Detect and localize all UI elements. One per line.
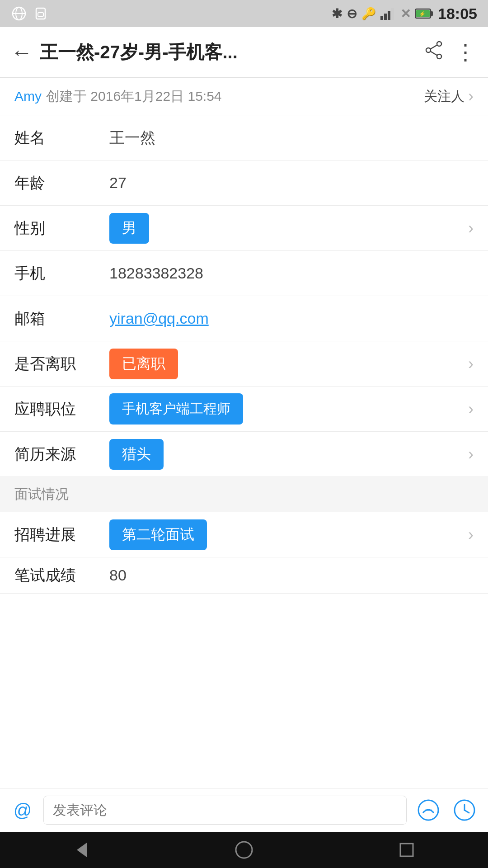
chevron-icon-gender: › — [468, 219, 474, 238]
dnd-icon: ⊖ — [347, 6, 357, 21]
section-interview: 面试情况 — [0, 477, 488, 512]
field-row-name: 姓名 王一然 — [0, 115, 488, 160]
nav-back-button[interactable] — [68, 836, 95, 863]
svg-rect-7 — [388, 11, 390, 20]
chevron-icon-position: › — [468, 400, 474, 419]
resume-source-tag: 猎头 — [109, 439, 164, 470]
at-button[interactable]: @ — [9, 797, 36, 824]
no-signal-icon: ✕ — [400, 6, 411, 21]
field-label-gender: 性别 — [14, 218, 109, 239]
menu-button[interactable]: ⋮ — [455, 42, 477, 63]
chevron-icon-progress: › — [468, 525, 474, 544]
field-label-email: 邮箱 — [14, 308, 109, 329]
status-time: 18:05 — [438, 5, 477, 23]
svg-line-16 — [431, 45, 437, 49]
comment-icon-button[interactable] — [414, 796, 443, 825]
app-bar: ← 王一然-27岁-男-手机客... ⋮ — [0, 27, 488, 78]
field-label-exam-score: 笔试成绩 — [14, 565, 109, 586]
field-label-progress: 招聘进展 — [14, 524, 109, 545]
field-label-resume-source: 简历来源 — [14, 444, 109, 465]
field-label-age: 年龄 — [14, 173, 109, 193]
comment-input[interactable] — [53, 802, 397, 818]
svg-point-24 — [236, 842, 252, 858]
svg-point-14 — [426, 48, 431, 52]
field-value-name: 王一然 — [109, 127, 474, 148]
nav-recents-button[interactable] — [393, 836, 420, 863]
status-bar: ✱ ⊖ 🔑 ✕ ⚡ 18:05 — [0, 0, 488, 27]
clock-icon-button[interactable] — [450, 796, 479, 825]
resigned-tag: 已离职 — [109, 349, 178, 379]
field-value-email[interactable]: yiran@qq.com — [109, 310, 474, 327]
svg-rect-4 — [38, 13, 43, 16]
page-title: 王一然-27岁-男-手机客... — [40, 40, 424, 65]
field-row-phone: 手机 18283382328 — [0, 251, 488, 296]
field-label-phone: 手机 — [14, 263, 109, 284]
back-button[interactable]: ← — [11, 42, 33, 63]
svg-rect-5 — [380, 16, 383, 20]
field-value-position: 手机客户端工程师 — [109, 393, 465, 425]
key-icon: 🔑 — [361, 7, 376, 21]
svg-line-22 — [465, 810, 469, 813]
position-tag: 手机客户端工程师 — [109, 393, 243, 425]
field-row-age: 年龄 27 — [0, 160, 488, 206]
field-row-exam-score: 笔试成绩 80 — [0, 557, 488, 594]
created-text: 创建于 2016年1月22日 15:54 — [46, 87, 222, 106]
field-row-email: 邮箱 yiran@qq.com — [0, 296, 488, 341]
field-value-phone[interactable]: 18283382328 — [109, 264, 474, 282]
comment-input-wrap — [43, 796, 407, 825]
field-row-resume-source[interactable]: 简历来源 猎头 › — [0, 432, 488, 477]
field-value-exam-score: 80 — [109, 566, 474, 584]
progress-tag: 第二轮面试 — [109, 519, 207, 550]
svg-line-17 — [431, 51, 437, 55]
chevron-icon-resume-source: › — [468, 445, 474, 464]
follower-button[interactable]: 关注人 › — [424, 87, 474, 106]
svg-rect-6 — [384, 14, 387, 20]
nav-bar — [0, 832, 488, 868]
svg-marker-23 — [77, 843, 87, 857]
gender-tag: 男 — [109, 213, 149, 244]
field-value-gender: 男 — [109, 213, 465, 244]
sub-header: Amy 创建于 2016年1月22日 15:54 关注人 › — [0, 78, 488, 115]
field-row-resigned[interactable]: 是否离职 已离职 › — [0, 341, 488, 387]
signal-icon — [380, 7, 396, 20]
sim-icon — [33, 5, 49, 22]
svg-rect-8 — [391, 8, 394, 20]
field-value-resigned: 已离职 — [109, 349, 465, 379]
field-value-progress: 第二轮面试 — [109, 519, 465, 550]
comment-bar: @ — [0, 788, 488, 832]
field-value-resume-source: 猎头 — [109, 439, 465, 470]
field-value-age: 27 — [109, 174, 474, 192]
field-label-position: 应聘职位 — [14, 399, 109, 420]
app-bar-actions: ⋮ — [424, 40, 477, 65]
nav-home-button[interactable] — [230, 836, 258, 863]
field-row-position[interactable]: 应聘职位 手机客户端工程师 › — [0, 387, 488, 432]
creator-info: Amy 创建于 2016年1月22日 15:54 — [14, 87, 222, 106]
field-list: 姓名 王一然 年龄 27 性别 男 › 手机 18283382328 邮箱 yi… — [0, 115, 488, 868]
svg-rect-25 — [400, 844, 413, 856]
svg-text:⚡: ⚡ — [419, 10, 426, 17]
field-row-gender[interactable]: 性别 男 › — [0, 206, 488, 251]
globe-icon — [11, 5, 27, 22]
share-button[interactable] — [424, 40, 444, 65]
bluetooth-icon: ✱ — [332, 6, 342, 21]
battery-icon: ⚡ — [415, 8, 433, 19]
field-row-progress[interactable]: 招聘进展 第二轮面试 › — [0, 512, 488, 557]
status-left-icons — [11, 5, 49, 22]
svg-rect-10 — [431, 11, 433, 16]
comment-icons — [414, 796, 479, 825]
svg-point-13 — [437, 42, 441, 46]
creator-name[interactable]: Amy — [14, 89, 42, 104]
svg-point-15 — [437, 54, 441, 59]
field-label-name: 姓名 — [14, 127, 109, 148]
chevron-icon-resigned: › — [468, 354, 474, 373]
status-right-icons: ✱ ⊖ 🔑 ✕ ⚡ 18:05 — [332, 5, 477, 23]
field-label-resigned: 是否离职 — [14, 354, 109, 374]
